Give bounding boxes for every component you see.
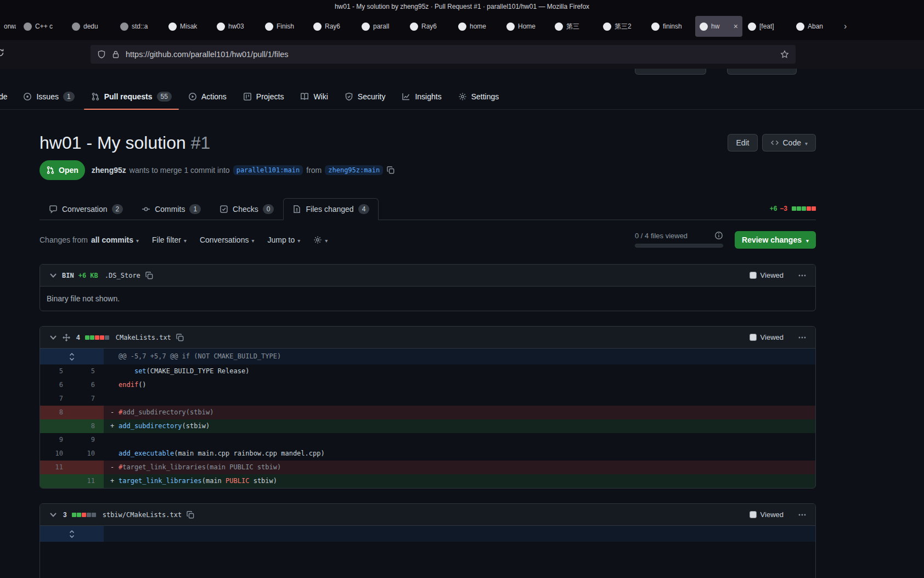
browser-tab[interactable]: Home [502,16,549,37]
viewed-checkbox[interactable] [750,334,757,341]
copy-path-icon[interactable] [186,510,195,519]
browser-tab[interactable]: parall [357,16,404,37]
unfold-icon[interactable] [67,530,76,538]
pr-tab-checks[interactable]: Checks0 [210,198,283,220]
repo-nav-item-issues[interactable]: Issues1 [15,84,82,109]
repo-nav-item-pull-requests[interactable]: Pull requests55 [83,84,180,109]
file-path[interactable]: .DS_Store [105,272,140,279]
repo-nav-item-actions[interactable]: Actions [180,84,235,109]
dropdown-conversations[interactable]: Conversations [200,235,255,244]
pr-tab-conversation[interactable]: Conversation2 [40,198,132,220]
pr-tab-files-changed[interactable]: Files changed4 [283,198,379,220]
pr-state-badge: Open [40,160,85,180]
browser-tab[interactable]: C++ c [19,16,66,37]
new-line-number[interactable]: 5 [72,364,104,378]
new-line-number[interactable]: 8 [72,419,104,433]
new-line-number[interactable]: 7 [72,392,104,406]
browser-tab[interactable]: 第三 [550,16,598,37]
dropdown-jump-to[interactable]: Jump to [267,235,300,244]
pr-tab-label: Files changed [306,205,353,214]
old-line-number[interactable]: 10 [40,447,72,461]
browser-tab[interactable]: hw03 [212,16,260,37]
partial-header-button[interactable] [727,69,797,75]
chevron-down-icon[interactable] [49,333,58,342]
old-line-number[interactable] [40,474,72,488]
viewed-checkbox[interactable] [750,272,757,279]
review-changes-button[interactable]: Review changes [735,231,816,249]
move-icon[interactable] [62,333,71,342]
reload-icon[interactable] [0,48,4,57]
lock-icon[interactable] [111,50,120,59]
tab-title: Ray6 [421,23,448,30]
kebab-menu-icon[interactable] [798,510,807,519]
browser-tab[interactable]: Ray6 [309,16,356,37]
new-line-number[interactable]: 10 [72,447,104,461]
browser-tab[interactable]: fininsh [647,16,694,37]
unfold-icon[interactable] [67,352,76,361]
browser-tab[interactable]: home [454,16,501,37]
browser-tab[interactable]: Aban [792,16,839,37]
old-line-number[interactable]: 11 [40,461,72,474]
dropdown-file-filter[interactable]: File filter [152,235,187,244]
caret-down-icon [297,235,300,244]
new-line-number[interactable] [72,406,104,419]
new-line-number[interactable] [72,461,104,474]
copy-branch-icon[interactable] [386,166,395,175]
repo-nav-item-projects[interactable]: Projects [235,84,292,109]
repo-nav-item-security[interactable]: Security [336,84,394,109]
info-icon[interactable] [714,231,723,240]
tab-title: std::a [132,23,159,30]
browser-tab[interactable]: std::a [116,16,163,37]
bookmark-star-icon[interactable] [780,50,789,59]
repo-nav-item-insights[interactable]: Insights [393,84,449,109]
base-branch-label[interactable]: parallel101:main [233,165,303,175]
hunk-gutter[interactable] [40,526,104,542]
chevron-down-icon[interactable] [49,271,58,280]
files-viewed-progress [635,244,723,248]
copy-path-icon[interactable] [145,271,154,280]
site-favicon [24,23,32,31]
caret-down-icon [251,235,254,244]
browser-tab[interactable]: Ray6 [405,16,453,37]
code-token: add_subdirectory [119,422,182,430]
repo-nav-item-code[interactable]: Code [0,84,7,109]
repo-nav-item-settings[interactable]: Settings [450,84,508,109]
kebab-menu-icon[interactable] [798,333,807,342]
browser-tab[interactable]: 第三2 [599,16,646,37]
chevron-down-icon[interactable] [49,510,58,519]
copy-path-icon[interactable] [176,333,184,342]
new-line-number[interactable]: 11 [72,474,104,488]
hunk-gutter[interactable] [40,349,104,364]
head-branch-label[interactable]: zheng95z:main [325,165,383,175]
new-line-number[interactable]: 9 [72,433,104,447]
tracking-shield-icon[interactable] [97,50,106,59]
browser-tab[interactable]: Finish [261,16,308,37]
browser-tab[interactable]: hw× [695,16,742,37]
url-bar[interactable]: https://github.com/parallel101/hw01/pull… [91,45,796,64]
tab-close-icon[interactable]: × [734,22,738,31]
code-button[interactable]: Code [762,134,816,151]
commits-dropdown[interactable]: all commits [91,235,139,244]
old-line-number[interactable]: 6 [40,378,72,392]
browser-tab[interactable]: orwa [2,16,18,37]
old-line-number[interactable]: 9 [40,433,72,447]
kebab-menu-icon[interactable] [798,271,807,280]
edit-button[interactable]: Edit [728,134,757,151]
old-line-number[interactable]: 7 [40,392,72,406]
tab-overflow-arrow[interactable]: › [840,21,851,31]
diff-settings-button[interactable] [313,235,328,244]
pr-author[interactable]: zheng95z [92,166,126,175]
file-path[interactable]: CMakeLists.txt [116,334,171,341]
viewed-checkbox[interactable] [750,511,757,518]
repo-nav-item-wiki[interactable]: Wiki [292,84,336,109]
old-line-number[interactable]: 5 [40,364,72,378]
browser-tab[interactable]: Misak [164,16,211,37]
pr-tab-commits[interactable]: Commits1 [132,198,210,220]
new-line-number[interactable]: 6 [72,378,104,392]
partial-header-button[interactable] [635,69,706,75]
old-line-number[interactable] [40,419,72,433]
browser-tab[interactable]: dedu [67,16,115,37]
old-line-number[interactable]: 8 [40,406,72,419]
browser-tab[interactable]: [feat] [743,16,791,37]
file-path[interactable]: stbiw/CMakeLists.txt [103,511,182,519]
